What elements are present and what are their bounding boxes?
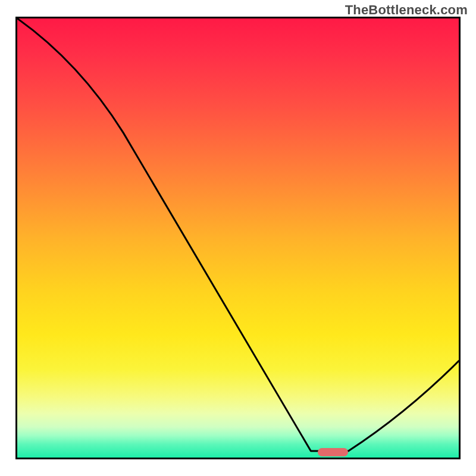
chart-container: TheBottleneck.com	[0, 0, 476, 476]
line-chart-svg	[17, 18, 459, 458]
plot-area	[15, 17, 461, 459]
optimum-marker	[318, 448, 349, 456]
watermark-label: TheBottleneck.com	[345, 2, 468, 18]
chart-line-path	[17, 18, 459, 451]
